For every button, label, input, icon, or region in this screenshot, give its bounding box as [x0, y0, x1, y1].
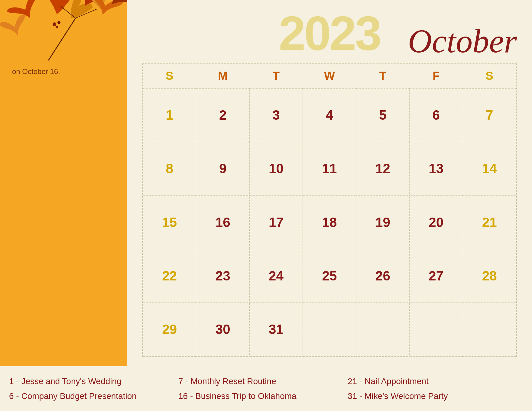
day-23: 23: [196, 249, 249, 303]
event-21: 21 - Nail Appointment: [348, 375, 517, 387]
day-header-fri: F: [410, 64, 463, 88]
day-13: 13: [410, 142, 463, 195]
svg-point-2: [57, 21, 60, 24]
day-17: 17: [249, 196, 303, 249]
year-label: 2023: [279, 9, 380, 57]
week-5: 29 30 31: [143, 303, 516, 356]
event-16: 16 - Business Trip to Oklahoma: [178, 390, 348, 402]
events-column-3: 21 - Nail Appointment 31 - Mike's Welcom…: [348, 375, 517, 402]
day-5: 5: [356, 88, 409, 142]
day-2: 2: [196, 88, 249, 142]
event-7: 7 - Monthly Reset Routine: [178, 375, 348, 387]
day-4: 4: [303, 88, 356, 142]
svg-point-3: [56, 26, 58, 28]
day-29: 29: [143, 303, 196, 356]
day-14: 14: [463, 142, 516, 195]
day-empty-3: [410, 303, 463, 356]
events-section: 1 - Jesse and Tony's Wedding 6 - Company…: [0, 366, 532, 411]
event-1: 1 - Jesse and Tony's Wedding: [9, 375, 178, 387]
day-30: 30: [196, 303, 249, 356]
event-31: 31 - Mike's Welcome Party: [348, 390, 517, 402]
day-header-sun: S: [143, 64, 196, 88]
day-25: 25: [303, 249, 356, 303]
day-21: 21: [463, 196, 516, 249]
right-content: 2023 October S M T W T F S: [127, 0, 532, 366]
day-header-thu: T: [356, 64, 409, 88]
day-empty-1: [303, 303, 356, 356]
month-label: October: [408, 22, 517, 60]
event-6: 6 - Company Budget Presentation: [9, 390, 178, 402]
week-3: 15 16 17 18 19 20 21: [143, 196, 516, 249]
events-column-1: 1 - Jesse and Tony's Wedding 6 - Company…: [9, 375, 178, 402]
top-section: NOTES: 1. Create a budget presentation b…: [0, 0, 532, 366]
day-12: 12: [356, 142, 409, 195]
svg-point-1: [53, 22, 56, 26]
week-4: 22 23 24 25 26 27 28: [143, 249, 516, 303]
day-31: 31: [249, 303, 303, 356]
week-1: 1 2 3 4 5 6 7: [143, 88, 516, 142]
day-9: 9: [196, 142, 249, 195]
day-20: 20: [410, 196, 463, 249]
day-7: 7: [463, 88, 516, 142]
calendar-header: 2023 October: [142, 9, 517, 57]
day-19: 19: [356, 196, 409, 249]
calendar-container: S M T W T F S 1 2 3: [142, 63, 517, 357]
day-18: 18: [303, 196, 356, 249]
day-header-tue: T: [249, 64, 303, 88]
day-header-wed: W: [303, 64, 356, 88]
day-27: 27: [410, 249, 463, 303]
day-header-mon: M: [196, 64, 249, 88]
events-column-2: 7 - Monthly Reset Routine 16 - Business …: [178, 375, 348, 402]
day-24: 24: [249, 249, 303, 303]
week-2: 8 9 10 11 12 13 14: [143, 142, 516, 195]
day-22: 22: [143, 249, 196, 303]
day-10: 10: [249, 142, 303, 195]
day-16: 16: [196, 196, 249, 249]
day-header-sat: S: [463, 64, 516, 88]
sidebar: NOTES: 1. Create a budget presentation b…: [0, 0, 127, 366]
calendar-grid: S M T W T F S 1 2 3: [143, 64, 516, 357]
leaves-decoration: [0, 0, 127, 66]
day-8: 8: [143, 142, 196, 195]
day-28: 28: [463, 249, 516, 303]
day-6: 6: [410, 88, 463, 142]
day-15: 15: [143, 196, 196, 249]
day-1: 1: [143, 88, 196, 142]
day-26: 26: [356, 249, 409, 303]
day-empty-2: [356, 303, 409, 356]
day-3: 3: [249, 88, 303, 142]
day-11: 11: [303, 142, 356, 195]
page: NOTES: 1. Create a budget presentation b…: [0, 0, 532, 411]
day-empty-4: [463, 303, 516, 356]
